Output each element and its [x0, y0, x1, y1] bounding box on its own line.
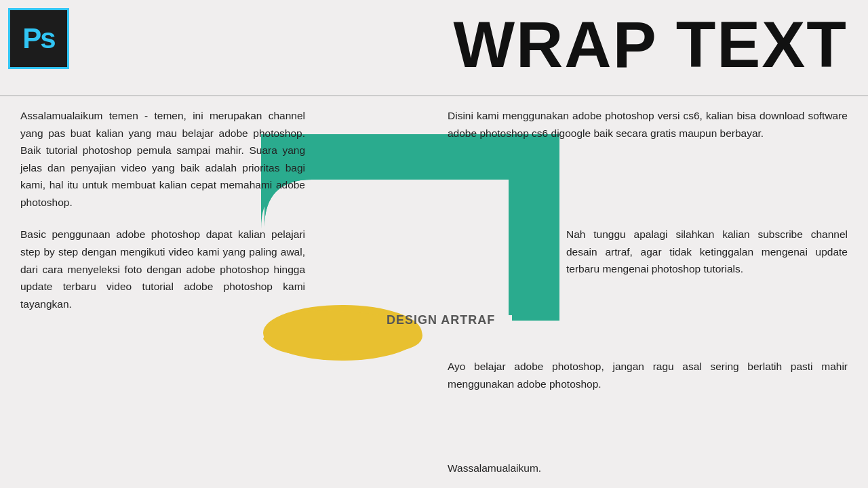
page-title: WRAP TEXT	[453, 12, 848, 77]
teal-curved-shape	[261, 134, 559, 321]
right-para-3: Ayo belajar adobe photoshop, jangan ragu…	[448, 358, 848, 392]
watermark: DESIGN ARTRAF	[387, 313, 495, 327]
right-para-2: Nah tunggu apalagi silahkan kalian subsc…	[566, 226, 848, 278]
divider	[0, 95, 868, 96]
left-para-1: Assalamualaikum temen - temen, ini merup…	[20, 107, 305, 211]
right-para-1: Disini kami menggunakan adobe photoshop …	[448, 107, 848, 142]
left-column: Assalamualaikum temen - temen, ini merup…	[20, 107, 305, 327]
ps-logo-text: Ps	[22, 22, 54, 55]
right-column: Disini kami menggunakan adobe photoshop …	[448, 107, 848, 157]
left-para-2: Basic penggunaan adobe photoshop dapat k…	[20, 226, 305, 312]
right-para-4: Wassalamualaikum.	[448, 460, 848, 477]
ps-logo: Ps	[8, 8, 69, 69]
